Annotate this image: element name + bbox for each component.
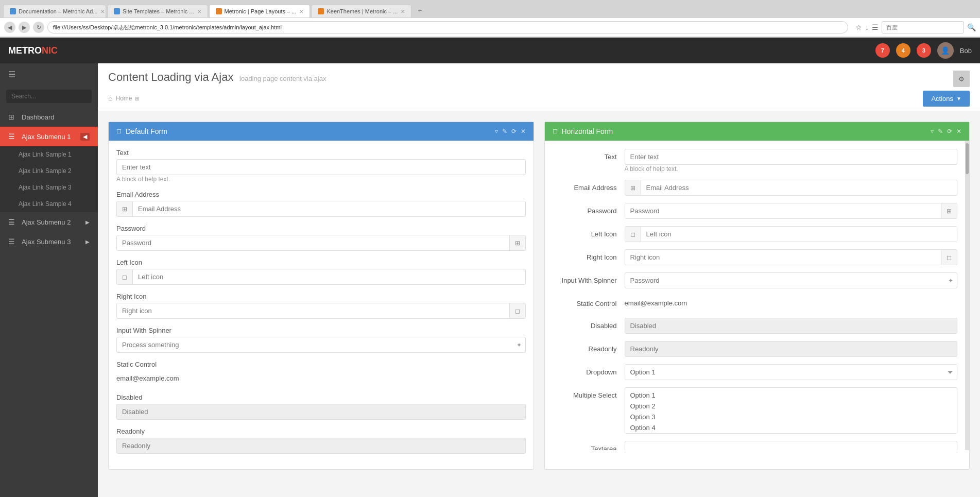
horizontal-form-body: Text A block of help text. Email Address	[545, 141, 966, 450]
page-header: Content Loading via Ajax loading page co…	[98, 63, 980, 111]
password-input[interactable]	[117, 235, 509, 250]
h-readonly-input[interactable]	[625, 341, 958, 357]
user-avatar[interactable]: 👤	[937, 42, 954, 59]
tab-1[interactable]: Documentation – Metronic Ad... ✕	[3, 5, 106, 18]
h-left-icon-wrapper: ◻	[625, 226, 958, 242]
tab-favicon-4	[318, 8, 324, 14]
tab-close-2[interactable]: ✕	[197, 9, 201, 14]
search-icon[interactable]: 🔍	[967, 23, 976, 31]
tab-close-1[interactable]: ✕	[100, 9, 105, 14]
submenu3-arrow: ▶	[85, 239, 90, 245]
h-textarea-input[interactable]	[625, 441, 958, 450]
right-icon-input[interactable]	[117, 303, 509, 318]
multiple-option-3: Option 3	[625, 412, 957, 422]
submenu2-icon: ☰	[8, 218, 16, 226]
actions-button[interactable]: Actions ▼	[923, 91, 970, 107]
badge-notifications-1[interactable]: 7	[875, 43, 890, 58]
collapse-button-horizontal[interactable]: ▿	[931, 128, 934, 135]
email-input[interactable]	[133, 201, 525, 216]
sidebar-item-ajax-link-2[interactable]: Ajax Link Sample 2	[0, 163, 98, 179]
h-text-input[interactable]	[625, 149, 958, 165]
tab-favicon-2	[114, 8, 120, 14]
field-readonly: Readonly	[116, 427, 526, 454]
breadcrumb-separator: ⊞	[135, 96, 139, 101]
page-content: ☐ Default Form ▿ ✎ ⟳ ✕ Text	[98, 111, 980, 480]
browser-search-input[interactable]	[882, 21, 964, 33]
refresh-button-horizontal[interactable]: ⟳	[947, 128, 952, 135]
hfield-password: Password ⊞	[553, 203, 958, 219]
h-email-wrapper: ⊞	[625, 180, 958, 196]
back-button[interactable]: ◀	[4, 22, 15, 33]
page-title: Content Loading via Ajax	[108, 71, 233, 83]
left-icon-addon: ◻	[117, 269, 133, 284]
h-static-wrapper: email@example.com	[625, 296, 958, 311]
h-password-wrapper: ⊞	[625, 203, 958, 219]
h-disabled-label: Disabled	[553, 318, 625, 330]
url-input[interactable]	[47, 21, 848, 33]
badge-notifications-3[interactable]: 3	[917, 43, 931, 58]
scrollbar-track[interactable]	[965, 141, 969, 450]
readonly-label: Readonly	[116, 427, 526, 435]
sidebar-item-ajax-submenu-3[interactable]: ☰ Ajax Submenu 3 ▶	[0, 232, 98, 251]
browser-icons: ☆ ↓ ☰	[855, 23, 879, 31]
page-subtitle: loading page content via ajax	[239, 75, 326, 82]
h-text-help: A block of help text.	[625, 165, 678, 173]
email-icon: ⊞	[117, 201, 133, 216]
refresh-button[interactable]: ↻	[33, 22, 44, 33]
h-left-icon-input[interactable]	[641, 227, 957, 242]
tab-close-4[interactable]: ✕	[401, 9, 405, 14]
h-email-input[interactable]	[641, 180, 957, 195]
readonly-input[interactable]	[116, 438, 526, 454]
sidebar-item-ajax-submenu-2[interactable]: ☰ Ajax Submenu 2 ▶	[0, 212, 98, 232]
h-password-input[interactable]	[625, 203, 941, 218]
h-right-icon-group: ◻	[625, 249, 958, 265]
password-label: Password	[116, 225, 526, 232]
left-icon-input-group: ◻	[116, 269, 526, 285]
close-button-horizontal[interactable]: ✕	[956, 128, 961, 135]
field-right-icon: Right Icon ◻	[116, 293, 526, 319]
tab-2[interactable]: Site Templates – Metronic ... ✕	[107, 5, 208, 18]
menu-icon[interactable]: ☰	[872, 23, 879, 31]
sidebar-search-input[interactable]	[6, 90, 92, 103]
text-input[interactable]	[116, 159, 526, 175]
settings-button[interactable]: ⚙	[953, 71, 970, 87]
sidebar-item-ajax-link-3[interactable]: Ajax Link Sample 3	[0, 179, 98, 196]
h-spinner-input[interactable]	[625, 272, 958, 288]
multiple-option-1: Option 1	[625, 390, 957, 401]
main-content: Content Loading via Ajax loading page co…	[98, 63, 980, 497]
forward-button[interactable]: ▶	[19, 22, 30, 33]
sidebar-item-ajax-link-1[interactable]: Ajax Link Sample 1	[0, 146, 98, 163]
h-multiple-label: Multiple Select	[553, 387, 625, 399]
tab-3[interactable]: Metronic | Page Layouts – ... ✕	[209, 5, 311, 18]
h-dropdown-select[interactable]: Option 1 Option 2 Option 3 Option 4	[625, 364, 958, 380]
edit-button-horizontal[interactable]: ✎	[938, 128, 943, 135]
default-form-title-icon: ☐	[116, 128, 122, 135]
bookmark-icon[interactable]: ☆	[855, 23, 862, 31]
download-icon[interactable]: ↓	[865, 23, 869, 31]
collapse-button-default[interactable]: ▿	[495, 128, 498, 135]
h-right-icon-input[interactable]	[625, 250, 941, 265]
spinner-input[interactable]	[116, 337, 526, 353]
refresh-button-default[interactable]: ⟳	[511, 128, 517, 135]
close-button-default[interactable]: ✕	[521, 128, 526, 135]
edit-button-default[interactable]: ✎	[502, 128, 507, 135]
sidebar-toggle[interactable]: ☰	[0, 63, 98, 85]
badge-notifications-2[interactable]: 4	[896, 43, 910, 58]
sidebar-item-ajax-submenu-1[interactable]: ☰ Ajax Submenu 1 ◀	[0, 127, 98, 146]
tab-close-3[interactable]: ✕	[299, 9, 303, 14]
h-multiple-wrapper: Option 1 Option 2 Option 3 Option 4 Opti…	[625, 387, 958, 434]
sidebar-item-ajax-link-4[interactable]: Ajax Link Sample 4	[0, 196, 98, 212]
tab-4[interactable]: KeenThemes | Metronic – ... ✕	[311, 5, 411, 18]
actions-dropdown-icon: ▼	[956, 96, 961, 101]
scrollbar-thumb[interactable]	[966, 143, 969, 174]
hfield-spinner: Input With Spinner ✦	[553, 272, 958, 288]
tab-favicon-3	[216, 8, 222, 14]
hfield-static: Static Control email@example.com	[553, 296, 958, 311]
field-disabled: Disabled	[116, 393, 526, 420]
default-form-body: Text A block of help text. Email Address…	[109, 141, 534, 469]
left-icon-input[interactable]	[133, 269, 525, 284]
h-multiple-select[interactable]: Option 1 Option 2 Option 3 Option 4 Opti…	[625, 387, 958, 434]
sidebar-item-dashboard[interactable]: ⊞ Dashboard	[0, 107, 98, 127]
new-tab-button[interactable]: +	[412, 3, 427, 18]
username-label[interactable]: Bob	[960, 47, 972, 55]
